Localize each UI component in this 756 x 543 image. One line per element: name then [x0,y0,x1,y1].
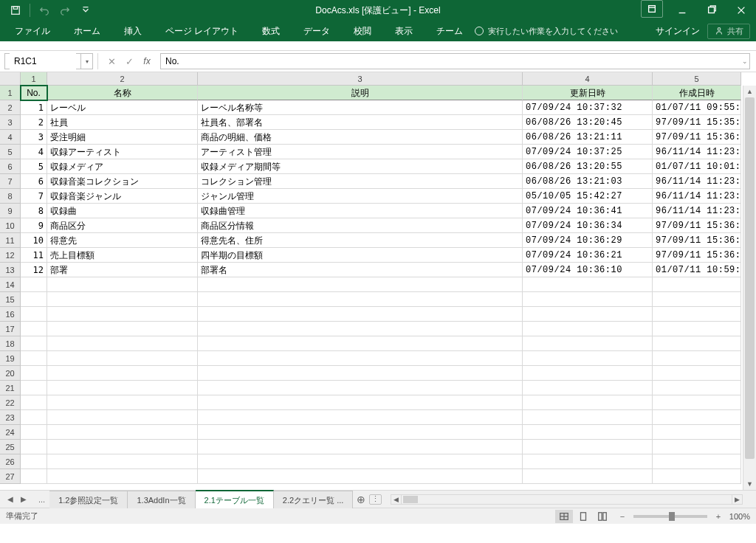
scroll-down-arrow[interactable]: ▼ [743,478,756,490]
qat-customize-button[interactable] [76,1,95,19]
tab-overflow-menu[interactable]: ⋮ [369,494,382,505]
data-cell[interactable] [523,292,653,307]
data-cell[interactable]: 10 [21,233,47,248]
data-cell[interactable] [198,366,523,381]
data-cell[interactable] [653,307,741,322]
data-cell[interactable]: アーティスト管理 [198,145,523,159]
data-cell[interactable]: 97/09/11 15:36: [653,130,741,145]
data-cell[interactable] [21,381,47,395]
data-cell[interactable]: 06/08/26 13:20:55 [523,159,653,174]
data-cell[interactable] [523,381,653,395]
share-button[interactable]: 共有 [707,24,750,39]
data-cell[interactable] [47,307,198,322]
row-header-25[interactable]: 25 [0,440,21,454]
data-cell[interactable] [198,336,523,351]
zoom-level[interactable]: 100% [729,512,750,521]
data-cell[interactable] [21,336,47,351]
data-cell[interactable] [21,440,47,454]
header-cell[interactable]: 作成日時 [653,86,741,100]
data-cell[interactable]: 7 [21,189,47,204]
col-header-5[interactable]: 5 [653,72,741,86]
data-cell[interactable]: 収録曲管理 [198,204,523,218]
data-cell[interactable]: 得意先 [47,233,198,248]
row-header-14[interactable]: 14 [0,277,21,292]
data-cell[interactable]: 商品区分 [47,218,198,233]
data-cell[interactable] [198,395,523,410]
data-cell[interactable]: 売上目標額 [47,248,198,263]
data-cell[interactable] [21,307,47,322]
name-box-dropdown[interactable]: ▾ [80,53,92,69]
zoom-out-button[interactable]: − [617,512,628,521]
row-header-27[interactable]: 27 [0,469,21,484]
data-cell[interactable] [21,292,47,307]
col-header-1[interactable]: 1 [21,72,47,86]
data-cell[interactable] [653,381,741,395]
data-cell[interactable]: 06/08/26 13:21:03 [523,174,653,189]
data-cell[interactable] [523,322,653,336]
name-box[interactable] [10,53,76,69]
scroll-right-arrow[interactable]: ▶ [732,495,742,504]
data-cell[interactable]: 四半期の目標額 [198,248,523,263]
tell-me-search[interactable]: 実行したい作業を入力してください [475,26,618,37]
data-cell[interactable] [21,322,47,336]
data-cell[interactable]: 社員名、部署名 [198,115,523,130]
data-cell[interactable]: 06/08/26 13:20:45 [523,115,653,130]
tab-overflow-left[interactable]: ... [34,495,49,504]
new-sheet-button[interactable]: ⊕ [353,494,369,505]
data-cell[interactable]: 収録曲 [47,204,198,218]
select-all-corner[interactable] [0,72,21,86]
tab-review[interactable]: 校閲 [342,21,383,41]
row-header-21[interactable]: 21 [0,381,21,395]
data-cell[interactable]: 1 [21,100,47,115]
row-header-4[interactable]: 4 [0,130,21,145]
tab-home[interactable]: ホーム [62,21,112,41]
data-cell[interactable]: 部署 [47,263,198,277]
data-cell[interactable] [47,322,198,336]
sheet-tab[interactable]: 2.1テーブル一覧 [196,490,274,508]
data-cell[interactable] [198,292,523,307]
data-cell[interactable] [47,469,198,484]
data-cell[interactable] [21,366,47,381]
data-cell[interactable] [47,395,198,410]
col-header-3[interactable]: 3 [198,72,523,86]
data-cell[interactable] [198,454,523,469]
data-cell[interactable] [47,381,198,395]
data-cell[interactable] [523,366,653,381]
save-button[interactable] [6,1,25,19]
header-cell[interactable]: No. [21,86,47,100]
data-cell[interactable] [653,277,741,292]
data-cell[interactable]: 4 [21,145,47,159]
ribbon-display-options-button[interactable] [641,0,663,18]
data-cell[interactable] [47,366,198,381]
data-cell[interactable] [653,410,741,425]
row-header-16[interactable]: 16 [0,307,21,322]
data-cell[interactable]: レーベル [47,100,198,115]
data-cell[interactable]: 07/09/24 10:37:32 [523,100,653,115]
vscroll-thumb[interactable] [745,97,755,459]
data-cell[interactable] [653,322,741,336]
data-cell[interactable]: 97/09/11 15:36: [653,248,741,263]
row-header-20[interactable]: 20 [0,366,21,381]
data-cell[interactable]: 5 [21,159,47,174]
cell-grid[interactable]: No.名称説明更新日時作成日時1レーベルレーベル名称等07/09/24 10:3… [21,86,756,490]
zoom-slider[interactable] [633,515,707,518]
col-header-4[interactable]: 4 [523,72,653,86]
data-cell[interactable]: 96/11/14 11:23: [653,174,741,189]
tab-view[interactable]: 表示 [383,21,425,41]
data-cell[interactable]: 12 [21,263,47,277]
data-cell[interactable]: 97/09/11 15:36: [653,218,741,233]
data-cell[interactable]: 07/09/24 10:36:34 [523,218,653,233]
cancel-formula-button[interactable]: ✕ [103,53,120,69]
data-cell[interactable] [198,469,523,484]
row-header-13[interactable]: 13 [0,263,21,277]
data-cell[interactable] [21,351,47,366]
data-cell[interactable]: 部署名 [198,263,523,277]
data-cell[interactable]: 得意先名、住所 [198,233,523,248]
tab-data[interactable]: データ [292,21,342,41]
data-cell[interactable]: レーベル名称等 [198,100,523,115]
row-header-11[interactable]: 11 [0,233,21,248]
horizontal-scrollbar[interactable]: ◀ ▶ [391,494,743,505]
data-cell[interactable] [21,410,47,425]
data-cell[interactable] [523,351,653,366]
data-cell[interactable] [653,292,741,307]
